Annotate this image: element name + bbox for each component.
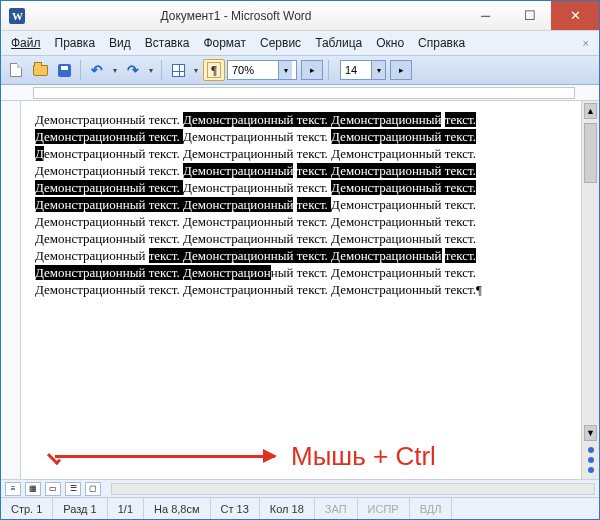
status-pages[interactable]: 1/1 (108, 498, 144, 519)
text-run[interactable]: текст. (297, 180, 331, 195)
menu-format[interactable]: Формат (197, 34, 252, 52)
status-line[interactable]: Ст 13 (211, 498, 260, 519)
text-run[interactable]: текст. (297, 197, 331, 212)
text-run[interactable]: Демонстрационный текст. (331, 146, 476, 161)
text-run[interactable]: текст. (149, 231, 183, 246)
status-position[interactable]: На 8,8см (144, 498, 210, 519)
menu-edit[interactable]: Правка (49, 34, 102, 52)
text-run[interactable]: Демонстрационный текст. (35, 214, 183, 229)
menu-insert[interactable]: Вставка (139, 34, 196, 52)
toolbar-options-button[interactable]: ▸ (301, 60, 323, 80)
text-run[interactable]: емонстрационный текст. (44, 146, 183, 161)
text-run[interactable]: Демонстрационный (35, 248, 149, 263)
format-options-button[interactable]: ▸ (390, 60, 412, 80)
undo-button[interactable]: ↶ (86, 59, 108, 81)
text-run[interactable]: Демонстрационный текст. (331, 129, 476, 144)
browse-prev-icon[interactable] (588, 447, 594, 453)
text-run[interactable]: Демонстрационный текст. (183, 112, 331, 127)
chevron-down-icon[interactable]: ▾ (278, 61, 292, 79)
text-run[interactable]: Демонстрационный (183, 163, 293, 178)
open-button[interactable] (29, 59, 51, 81)
show-formatting-button[interactable]: ¶ (203, 59, 225, 81)
text-run[interactable]: Демонстрационный текст. (35, 282, 183, 297)
browse-next-icon[interactable] (588, 467, 594, 473)
text-run[interactable]: Демонстрационный (183, 282, 293, 297)
text-run[interactable]: текст. (297, 282, 331, 297)
menu-service[interactable]: Сервис (254, 34, 307, 52)
browse-object-icon[interactable] (588, 457, 594, 463)
text-run[interactable]: Демонстрационный (183, 146, 293, 161)
status-page[interactable]: Стр. 1 (1, 498, 53, 519)
text-run[interactable]: текст. (445, 112, 476, 127)
redo-dropdown[interactable]: ▾ (146, 66, 156, 75)
zoom-combo[interactable]: 70% ▾ (227, 60, 297, 80)
minimize-button[interactable]: ─ (463, 1, 507, 30)
close-button[interactable]: ✕ (551, 1, 599, 30)
insert-table-button[interactable] (167, 59, 189, 81)
text-run[interactable]: Демонстрационный (331, 248, 441, 263)
menu-window[interactable]: Окно (370, 34, 410, 52)
text-run[interactable]: Демонстрационный (331, 112, 441, 127)
text-run[interactable]: Демонстрационный текст. (35, 129, 183, 144)
text-run[interactable]: Демонстрационный текст. (331, 231, 476, 246)
text-run[interactable]: ный текст. (271, 265, 331, 280)
save-button[interactable] (53, 59, 75, 81)
status-mode-ext[interactable]: ВДЛ (410, 498, 453, 519)
new-doc-button[interactable] (5, 59, 27, 81)
text-run[interactable]: текст. (297, 163, 331, 178)
text-run[interactable]: Демонстрационный текст. (331, 214, 476, 229)
text-run[interactable]: Демонстрационный текст. (183, 129, 331, 144)
status-column[interactable]: Кол 18 (260, 498, 315, 519)
horizontal-ruler[interactable] (1, 85, 599, 101)
text-run[interactable]: Демонстрационный (35, 231, 145, 246)
scroll-thumb[interactable] (584, 123, 597, 183)
text-run[interactable]: текст. (445, 248, 476, 263)
scroll-up-button[interactable]: ▲ (584, 103, 597, 119)
view-web-button[interactable]: ▦ (25, 482, 41, 496)
vertical-ruler[interactable] (1, 101, 21, 479)
view-reading-button[interactable]: ▢ (85, 482, 101, 496)
text-run[interactable]: Демонстрацион (183, 265, 271, 280)
vertical-scrollbar[interactable]: ▲ ▼ (581, 101, 599, 479)
table-dropdown[interactable]: ▾ (191, 66, 201, 75)
text-run[interactable]: текст. (149, 248, 183, 263)
text-run[interactable]: Демонстрационный текст. (35, 180, 183, 195)
view-normal-button[interactable]: ≡ (5, 482, 21, 496)
horizontal-scrollbar[interactable] (111, 483, 595, 495)
menu-file[interactable]: Файл (5, 34, 47, 52)
text-run[interactable]: Демонстрационный текст. (35, 112, 183, 127)
text-run[interactable]: Демонстрационный (183, 197, 293, 212)
view-outline-button[interactable]: ☰ (65, 482, 81, 496)
scroll-down-button[interactable]: ▼ (584, 425, 597, 441)
text-run[interactable]: Демонстрационный текст. (331, 265, 476, 280)
status-mode-track[interactable]: ИСПР (358, 498, 410, 519)
redo-button[interactable]: ↷ (122, 59, 144, 81)
document-page[interactable]: Демонстрационный текст. Демонстрационный… (21, 101, 581, 479)
status-section[interactable]: Разд 1 (53, 498, 107, 519)
view-print-button[interactable]: ▭ (45, 482, 61, 496)
text-run[interactable]: Демонстрационный текст. (35, 197, 183, 212)
text-run[interactable]: Демонстрационный текст. (35, 163, 183, 178)
text-run[interactable]: Демонстрационный текст. (183, 248, 331, 263)
titlebar[interactable]: Документ1 - Microsoft Word ─ ☐ ✕ (1, 1, 599, 31)
text-run[interactable]: Демонстрационный текст. (183, 231, 331, 246)
text-run[interactable]: Демонстрационный текст. (331, 197, 476, 212)
document-text[interactable]: Демонстрационный текст. Демонстрационный… (35, 111, 573, 298)
menu-view[interactable]: Вид (103, 34, 137, 52)
text-run[interactable]: Демонстрационный текст. (183, 214, 331, 229)
chevron-down-icon[interactable]: ▾ (371, 61, 385, 79)
text-run[interactable]: Д (35, 146, 44, 161)
menu-close-icon[interactable]: × (583, 37, 595, 49)
text-run[interactable]: Демонстрационный текст. (331, 180, 476, 195)
menu-help[interactable]: Справка (412, 34, 471, 52)
text-run[interactable]: Демонстрационный текст. (331, 163, 476, 178)
status-mode-rec[interactable]: ЗАП (315, 498, 358, 519)
maximize-button[interactable]: ☐ (507, 1, 551, 30)
text-run[interactable]: Демонстрационный текст.¶ (331, 282, 482, 297)
text-run[interactable]: Демонстрационный (183, 180, 293, 195)
text-run[interactable]: Демонстрационный текст. (35, 265, 183, 280)
undo-dropdown[interactable]: ▾ (110, 66, 120, 75)
menu-table[interactable]: Таблица (309, 34, 368, 52)
font-size-combo[interactable]: 14 ▾ (340, 60, 386, 80)
text-run[interactable]: текст. (297, 146, 331, 161)
